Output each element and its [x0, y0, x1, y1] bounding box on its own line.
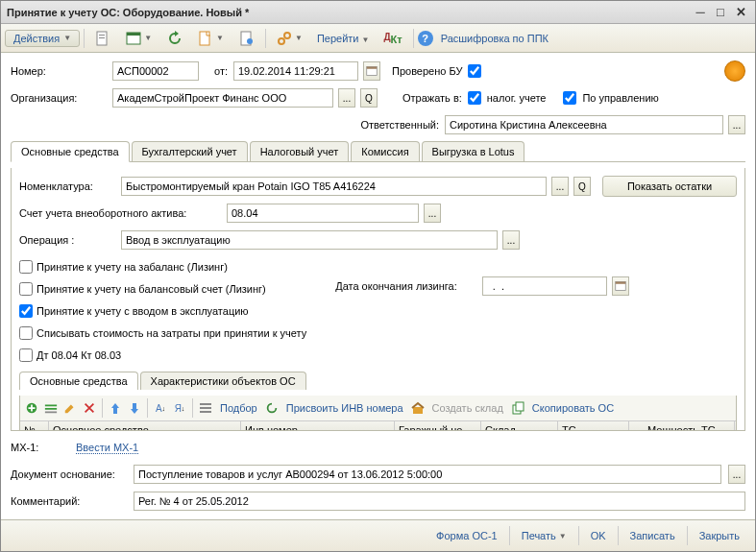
org-input[interactable]: [112, 88, 333, 108]
svg-rect-17: [45, 412, 57, 414]
tax-acc-checkbox[interactable]: [468, 91, 481, 105]
toolbar-link-icon[interactable]: ▼: [270, 27, 309, 50]
move-up-icon[interactable]: [107, 399, 124, 417]
edit-row-icon[interactable]: [61, 399, 79, 417]
number-label: Номер:: [11, 65, 107, 77]
actions-menu-button[interactable]: Действия▼: [5, 30, 80, 47]
svg-rect-2: [99, 37, 105, 38]
toolbar-refresh-icon[interactable]: [160, 27, 189, 50]
main-toolbar: Действия▼ ▼ ▼ ▼ Перейти ▼ ДКт ? Расшифро…: [1, 24, 755, 53]
podbor-button[interactable]: Подбор: [216, 402, 261, 414]
tax-acc-label: налог. учете: [487, 92, 547, 104]
copy-os-button[interactable]: Скопировать ОС: [528, 402, 618, 414]
tab-tax[interactable]: Налоговый учет: [250, 141, 350, 161]
tab-buh[interactable]: Бухгалтерский учет: [132, 141, 248, 161]
orange-status-icon[interactable]: [724, 60, 745, 82]
acc-input[interactable]: [227, 204, 419, 223]
date-label: от:: [214, 65, 228, 77]
toolbar-dtkt-icon[interactable]: ДКт: [377, 28, 408, 49]
cb-balans[interactable]: [19, 282, 33, 296]
minimize-button[interactable]: ─: [692, 5, 709, 20]
org-select-button[interactable]: ...: [338, 88, 355, 108]
op-select-button[interactable]: ...: [502, 230, 520, 250]
save-button[interactable]: Записать: [624, 526, 681, 545]
responsible-select-button[interactable]: ...: [728, 115, 745, 134]
ppk-button[interactable]: Расшифровка по ППК: [435, 30, 554, 47]
reload-icon[interactable]: [263, 399, 280, 417]
mgmt-acc-checkbox[interactable]: [563, 91, 576, 105]
svg-rect-11: [367, 67, 378, 69]
lease-end-date-picker[interactable]: [612, 276, 629, 296]
add-row-icon[interactable]: [23, 399, 40, 417]
checked-bu-checkbox[interactable]: [468, 64, 481, 78]
svg-rect-23: [413, 407, 423, 414]
date-input[interactable]: [233, 61, 358, 81]
tab-commission[interactable]: Комиссия: [351, 141, 419, 161]
assign-inv-button[interactable]: Присвоить ИНВ номера: [282, 402, 407, 414]
grid-header-gar[interactable]: Гаражный но...: [395, 421, 481, 431]
cb-write[interactable]: [19, 326, 33, 340]
toolbar-calendar-icon[interactable]: ▼: [119, 27, 159, 50]
doc-basis-select-button[interactable]: ...: [728, 465, 745, 484]
toolbar-doc-icon[interactable]: [88, 27, 117, 50]
insert-row-icon[interactable]: [42, 399, 60, 417]
date-picker-icon[interactable]: [363, 61, 380, 81]
cb-dtkt[interactable]: [19, 348, 33, 362]
nomen-lookup-button[interactable]: Q: [573, 177, 591, 196]
nomen-input[interactable]: [121, 177, 547, 196]
close-button-bottom[interactable]: Закрыть: [694, 526, 745, 545]
grid-header-os[interactable]: Основное средство: [49, 421, 241, 431]
bottom-bar: Форма ОС-1 Печать ▼ OK Записать Закрыть: [1, 519, 755, 551]
grid-header-n[interactable]: №: [20, 421, 49, 431]
delete-row-icon[interactable]: [81, 399, 98, 417]
show-balances-button[interactable]: Показать остатки: [602, 176, 737, 197]
grid-header-inv[interactable]: Инв.номер: [241, 421, 395, 431]
toolbar-doc2-icon[interactable]: [232, 27, 261, 50]
inner-tab-os[interactable]: Основные средства: [19, 372, 138, 390]
lease-end-label: Дата окончания лизинга:: [335, 280, 457, 292]
svg-point-8: [279, 38, 284, 44]
org-lookup-button[interactable]: Q: [360, 88, 378, 108]
tab-lotus[interactable]: Выгрузка в Lotus: [422, 141, 525, 161]
cb-vvod[interactable]: [19, 304, 33, 318]
sort-asc-icon[interactable]: A↓: [152, 399, 169, 417]
svg-rect-20: [200, 403, 211, 405]
comment-label: Комментарий:: [11, 495, 126, 507]
svg-rect-16: [45, 408, 57, 410]
nomen-label: Номенклатура:: [19, 180, 115, 192]
number-input[interactable]: [112, 61, 199, 81]
svg-rect-21: [200, 407, 211, 409]
grid-header-pow[interactable]: Мощность ТС, ...: [629, 421, 735, 431]
form-os1-button[interactable]: Форма ОС-1: [430, 526, 503, 545]
op-input[interactable]: [121, 230, 498, 250]
sort-desc-icon[interactable]: Я↓: [171, 399, 188, 417]
responsible-input[interactable]: [445, 115, 723, 134]
toolbar-sheet-icon[interactable]: ▼: [191, 27, 231, 50]
inner-tab-chars[interactable]: Характеристики объектов ОС: [140, 372, 306, 390]
print-menu-button[interactable]: Печать ▼: [516, 526, 573, 545]
ok-button[interactable]: OK: [585, 526, 612, 545]
tab-main[interactable]: Основные средства: [11, 141, 130, 162]
warehouse-icon[interactable]: [409, 399, 427, 417]
os-grid: № Основное средство Инв.номер Гаражный н…: [20, 421, 736, 431]
svg-rect-15: [45, 405, 57, 407]
doc-basis-input[interactable]: [134, 465, 721, 484]
copy-os-icon[interactable]: [509, 399, 526, 417]
help-icon[interactable]: ?: [418, 31, 433, 46]
goto-menu-button[interactable]: Перейти ▼: [311, 30, 376, 47]
maximize-button[interactable]: □: [712, 5, 729, 20]
grid-header-skl[interactable]: Склад: [481, 421, 558, 431]
acc-select-button[interactable]: ...: [424, 204, 441, 223]
grid-header-tc[interactable]: ТС: [558, 421, 629, 431]
comment-input[interactable]: [134, 492, 745, 511]
close-button[interactable]: ✕: [732, 5, 749, 20]
mx1-link[interactable]: Ввести МХ-1: [76, 442, 138, 454]
svg-rect-13: [615, 282, 625, 284]
svg-rect-4: [127, 33, 140, 36]
lease-end-input[interactable]: [482, 276, 607, 296]
cb-zabalans[interactable]: [19, 260, 33, 274]
move-down-icon[interactable]: [126, 399, 143, 417]
svg-rect-22: [200, 411, 211, 413]
nomen-select-button[interactable]: ...: [551, 177, 569, 196]
list-icon[interactable]: [197, 399, 214, 417]
